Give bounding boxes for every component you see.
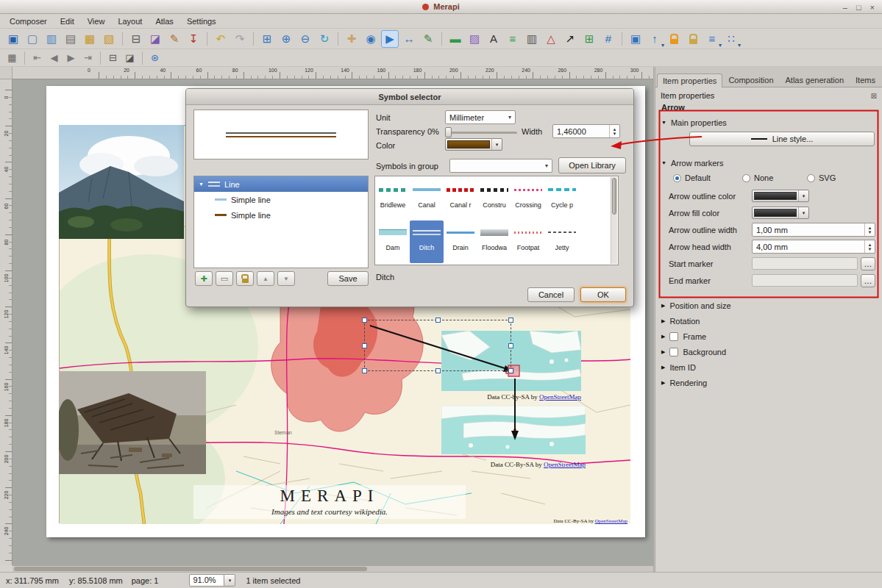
osm-link[interactable]: OpenStreetMap — [595, 518, 627, 524]
symbol-cell[interactable]: Floodwa — [477, 220, 511, 263]
move-content-icon[interactable]: ↔ — [400, 30, 418, 48]
distribute-items-icon[interactable]: ∷ — [722, 30, 740, 48]
selection-box[interactable] — [364, 320, 511, 371]
zoom-full-icon[interactable]: ⊞ — [258, 30, 276, 48]
end-marker-browse-button[interactable]: … — [861, 274, 875, 287]
symbol-cell[interactable]: Living s — [376, 263, 410, 265]
tree-item-simple-line[interactable]: Simple line — [194, 207, 368, 223]
cancel-button[interactable]: Cancel — [527, 287, 575, 302]
main-properties-header[interactable]: Main properties — [655, 115, 882, 130]
atlas-next-feature-icon[interactable]: ▶ — [63, 51, 79, 65]
marker-none-option[interactable]: None — [742, 173, 807, 182]
arrow-fill-color-button[interactable] — [752, 207, 809, 219]
save-symbol-button[interactable]: Save — [327, 271, 369, 286]
add-scalebar-icon[interactable]: ▥ — [523, 30, 541, 48]
add-shape-icon[interactable]: △ — [542, 30, 560, 48]
zoom-out-icon[interactable]: ⊖ — [296, 30, 314, 48]
selection-handle[interactable] — [362, 368, 367, 373]
print-icon[interactable]: ⊟ — [127, 30, 145, 48]
menu-item[interactable]: Atlas — [149, 14, 179, 29]
selection-handle[interactable] — [508, 368, 513, 373]
export-image-icon[interactable]: ◪ — [146, 30, 164, 48]
expander-icon[interactable] — [199, 182, 204, 187]
symbol-cell[interactable]: Dam — [376, 220, 410, 263]
panel-section[interactable]: Rendering — [655, 375, 882, 390]
move-layer-down-button[interactable] — [277, 271, 295, 286]
start-marker-browse-button[interactable]: … — [861, 257, 875, 270]
chevron-down-icon[interactable] — [798, 190, 808, 201]
redo-icon[interactable]: ↷ — [231, 30, 249, 48]
export-pdf-icon[interactable]: ↧ — [185, 30, 202, 48]
lock-items-icon[interactable] — [665, 30, 683, 48]
add-table-icon[interactable]: ⊞ — [580, 30, 598, 48]
symbol-cell[interactable]: Ditch — [410, 220, 444, 263]
width-spinner[interactable]: 1,46000 — [552, 124, 620, 138]
chevron-down-icon[interactable] — [224, 574, 235, 587]
add-label-icon[interactable]: A — [485, 30, 502, 48]
menu-item[interactable]: Edit — [54, 14, 81, 29]
spinner-arrows-icon[interactable] — [609, 125, 619, 137]
arrow-markers-header[interactable]: Arrow markers — [655, 155, 882, 171]
symbol-cell[interactable]: Canal r — [444, 178, 477, 220]
load-template-icon[interactable]: ▦ — [81, 30, 99, 48]
grid-scrollbar[interactable] — [611, 177, 617, 264]
dialog-title[interactable]: Symbol selector — [186, 89, 633, 105]
selection-handle[interactable] — [435, 318, 441, 323]
zoom-in-icon[interactable]: ⊕ — [277, 30, 295, 48]
spinner-arrows-icon[interactable] — [864, 223, 875, 236]
title-label-item[interactable]: MERAPI Images and text courtesy wikipedi… — [193, 485, 466, 519]
scrollbar-thumb[interactable] — [612, 178, 616, 215]
osm-link[interactable]: OpenStreetMap — [544, 461, 586, 468]
lock-color-button[interactable] — [236, 271, 254, 286]
osm-link[interactable]: OpenStreetMap — [539, 393, 581, 401]
composer-manager-icon[interactable]: ▤ — [62, 30, 79, 48]
line-style-button[interactable]: Line style... — [689, 132, 875, 146]
symbol-cell[interactable]: Crossing — [511, 178, 545, 220]
undo-icon[interactable]: ↶ — [212, 30, 230, 48]
selection-handle[interactable] — [435, 368, 441, 373]
minimize-button[interactable]: – — [843, 3, 847, 12]
symbol-cell[interactable]: Footpat — [511, 220, 545, 263]
select-move-item-icon[interactable]: ▶ — [381, 30, 399, 48]
edit-nodes-icon[interactable]: ✎ — [419, 30, 437, 48]
transparency-slider[interactable] — [445, 126, 517, 138]
radio-icon[interactable] — [807, 174, 815, 182]
end-marker-field[interactable] — [752, 274, 858, 287]
move-layer-up-button[interactable] — [257, 271, 274, 286]
spinner-arrows-icon[interactable] — [864, 240, 875, 253]
start-marker-field[interactable] — [752, 257, 858, 270]
atlas-preview-icon[interactable]: ▦ — [4, 51, 20, 65]
panel-section[interactable]: Background — [655, 344, 882, 359]
add-image-icon[interactable]: ▨ — [466, 30, 483, 48]
chevron-down-icon[interactable] — [491, 139, 502, 150]
raise-items-icon[interactable]: ↑ — [646, 30, 664, 48]
maximize-button[interactable]: □ — [856, 3, 861, 12]
atlas-first-feature-icon[interactable]: ⇤ — [29, 51, 45, 65]
open-library-button[interactable]: Open Library — [558, 157, 626, 173]
atlas-last-feature-icon[interactable]: ⇥ — [80, 51, 96, 65]
symbol-cell[interactable]: Constru — [477, 178, 511, 220]
unit-combo[interactable]: Millimeter — [445, 110, 516, 124]
window-titlebar[interactable]: Merapi – □ × — [0, 0, 882, 14]
atlas-previous-feature-icon[interactable]: ◀ — [46, 51, 62, 65]
symbol-cell[interactable]: Bridlewe — [376, 178, 410, 220]
panel-tab[interactable]: Items — [850, 73, 881, 87]
add-arrow-icon[interactable]: ↗ — [561, 30, 579, 48]
duplicate-composer-icon[interactable]: ▥ — [43, 30, 60, 48]
panel-tab[interactable]: Composition — [722, 73, 779, 87]
ok-button[interactable]: OK — [580, 287, 626, 302]
unlock-items-icon[interactable] — [684, 30, 702, 48]
panel-tab[interactable]: Item properties — [657, 74, 722, 87]
group-items-icon[interactable]: ▣ — [627, 30, 644, 48]
export-atlas-icon[interactable]: ◪ — [122, 51, 138, 65]
tree-item-simple-line[interactable]: Simple line — [194, 192, 368, 207]
symbol-selector-dialog[interactable]: Symbol selector Unit Millimeter Transpar… — [185, 88, 634, 307]
marker-svg-option[interactable]: SVG — [807, 173, 836, 182]
menu-item[interactable]: Settings — [180, 14, 223, 29]
menu-item[interactable]: Composer — [3, 14, 54, 29]
symbols-group-combo[interactable] — [449, 159, 552, 173]
selection-handle[interactable] — [362, 343, 367, 348]
zoom-combo[interactable]: 91.0% — [189, 574, 235, 587]
atlas-settings-icon[interactable]: ⊛ — [147, 51, 163, 65]
panel-tab[interactable]: Atlas generation — [780, 73, 850, 87]
